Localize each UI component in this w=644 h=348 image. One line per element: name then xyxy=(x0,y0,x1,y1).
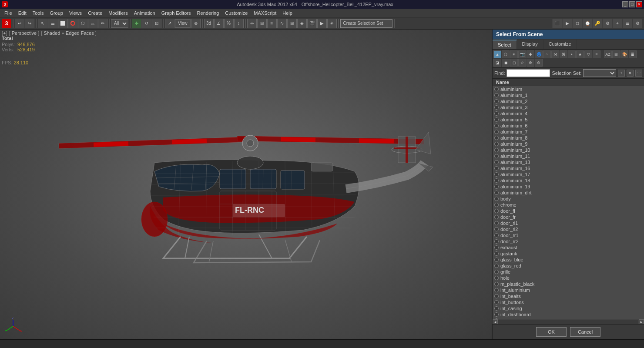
menu-tools[interactable]: Tools xyxy=(30,10,47,17)
select-by-name-btn[interactable]: ☰ xyxy=(48,19,57,28)
sfs-h-scrollbar[interactable]: ◄ ► xyxy=(493,319,644,324)
auto-key-btn[interactable]: ⌚ xyxy=(583,19,592,28)
sfs-icon-sort-az[interactable]: AZ xyxy=(604,50,612,58)
sfs-list-item[interactable]: glass_red xyxy=(493,263,644,269)
schematic-view-btn[interactable]: ⊞ xyxy=(287,19,297,28)
sfs-list-item[interactable]: aluminium_dirt xyxy=(493,190,644,196)
curve-editor-btn[interactable]: ∿ xyxy=(277,19,287,28)
sfs-list-item[interactable]: aluminium_9 xyxy=(493,141,644,147)
sfs-list-item[interactable]: aluminium_8 xyxy=(493,135,644,141)
sfs-list-item[interactable]: aluminium_19 xyxy=(493,184,644,190)
menu-customize[interactable]: Customize xyxy=(222,10,250,17)
select-region-lasso-btn[interactable]: ⌓ xyxy=(88,19,97,28)
material-map-btn[interactable]: □ xyxy=(573,19,582,28)
sfs-icon-ik[interactable]: ⌘ xyxy=(560,50,567,58)
menu-graph-editors[interactable]: Graph Editors xyxy=(159,10,194,17)
sfs-list-item[interactable]: glass_blue xyxy=(493,257,644,263)
sfs-icon-helpers[interactable]: ✚ xyxy=(527,50,534,58)
sfs-list-item[interactable]: aluminium_5 xyxy=(493,117,644,123)
set-key-btn[interactable]: 🔑 xyxy=(593,19,602,28)
snap-3d-btn[interactable]: 3d xyxy=(204,19,214,28)
new-scene-btn[interactable]: + xyxy=(613,19,622,28)
sfs-list-item[interactable]: int_bealts xyxy=(493,293,644,299)
key-filter-btn[interactable]: ⚙ xyxy=(603,19,612,28)
percent-snap-btn[interactable]: % xyxy=(224,19,234,28)
sfs-icon-sort-color[interactable]: 🎨 xyxy=(621,50,628,58)
sfs-list-item[interactable]: aluminium_17 xyxy=(493,171,644,177)
ok-button[interactable]: OK xyxy=(536,327,567,337)
menu-group[interactable]: Group xyxy=(47,10,66,17)
sfs-icon-select-invert[interactable]: ◪ xyxy=(493,59,501,67)
sfs-icon-sort-layer[interactable]: ≣ xyxy=(629,50,637,58)
sfs-list-item[interactable]: door_rl1 xyxy=(493,220,644,226)
sfs-list-item[interactable]: grille xyxy=(493,269,644,275)
render-btn[interactable]: ▶ xyxy=(317,19,327,28)
menu-maxscript[interactable]: MAXScript xyxy=(251,10,279,17)
render-frame-btn[interactable]: ⬛ xyxy=(553,19,562,28)
viewport-perspective-label[interactable]: [ Perspective ] xyxy=(9,30,40,36)
sfs-list-item[interactable]: aluminium_1 xyxy=(493,92,644,98)
menu-create[interactable]: Create xyxy=(85,10,105,17)
select-region-circle-btn[interactable]: ⭕ xyxy=(68,19,77,28)
mirror-btn[interactable]: ⇔ xyxy=(247,19,257,28)
sfs-icon-points[interactable]: • xyxy=(568,50,576,58)
selection-set-dropdown[interactable] xyxy=(583,69,616,77)
sfs-del-icon[interactable]: ✕ xyxy=(627,70,634,77)
sfs-icon-filter[interactable]: ▽ xyxy=(584,50,592,58)
sfs-list-item[interactable]: aluminium_4 xyxy=(493,110,644,117)
layer-btn[interactable]: ≡ xyxy=(267,19,277,28)
select-region-rect-btn[interactable]: ⬜ xyxy=(58,19,67,28)
sfs-list-item[interactable]: aluminium_3 xyxy=(493,104,644,110)
menu-animation[interactable]: Animation xyxy=(131,10,158,17)
sfs-list-item[interactable]: int_dashboard xyxy=(493,311,644,318)
sfs-list-item[interactable]: door_rr1 xyxy=(493,232,644,238)
sfs-list-item[interactable]: aluminium_2 xyxy=(493,98,644,104)
sfs-icon-particles[interactable]: ⁘ xyxy=(543,50,551,58)
sfs-list-item[interactable]: int_casing xyxy=(493,305,644,311)
sfs-icon-select-all[interactable]: ◼ xyxy=(502,59,510,67)
sfs-list-item[interactable]: aluminium_7 xyxy=(493,129,644,135)
select-region-fence-btn[interactable]: ⬡ xyxy=(78,19,87,28)
select-region-paint-btn[interactable]: ✏ xyxy=(98,19,107,28)
sfs-list-item[interactable]: gastank xyxy=(493,251,644,257)
sfs-icon-select-none[interactable]: ◻ xyxy=(510,59,518,67)
viewport[interactable]: FL-RNC xyxy=(0,30,492,339)
sfs-icon-highlight[interactable]: ☆ xyxy=(518,59,526,67)
render-setup-btn[interactable]: 🎬 xyxy=(307,19,317,28)
undo-button[interactable]: ↩ xyxy=(15,19,24,28)
sfs-list-item[interactable]: exhaust xyxy=(493,244,644,251)
sfs-list-item[interactable]: aluminium_10 xyxy=(493,147,644,153)
find-input[interactable] xyxy=(506,69,550,77)
sfs-list-item[interactable]: body xyxy=(493,196,644,202)
create-selection-set-btn[interactable]: Create Selection Set xyxy=(340,19,392,28)
align-btn[interactable]: ⊟ xyxy=(257,19,267,28)
sfs-icon-filter2[interactable]: ≡ xyxy=(593,50,600,58)
sfs-list-item[interactable]: hole xyxy=(493,275,644,281)
use-pivot-btn[interactable]: ⊕ xyxy=(191,19,201,28)
sfs-list-item[interactable]: m_plastic_black xyxy=(493,281,644,287)
menu-edit[interactable]: Edit xyxy=(16,10,29,17)
sfs-list-item[interactable]: door_fr xyxy=(493,214,644,220)
tab-customize[interactable]: Customize xyxy=(543,40,577,49)
sfs-list-item[interactable]: int_aluminium xyxy=(493,287,644,293)
render-preview-btn[interactable]: ▶ xyxy=(563,19,572,28)
sfs-icon-collapse[interactable]: ⊖ xyxy=(535,59,543,67)
select-scale-btn[interactable]: ⊡ xyxy=(152,19,161,28)
sfs-icon-all[interactable]: ★ xyxy=(576,50,584,58)
angle-snap-btn[interactable]: ∠ xyxy=(214,19,224,28)
sfs-icon-lights[interactable]: ☀ xyxy=(510,50,518,58)
sfs-options-icon[interactable]: ⋯ xyxy=(635,70,642,77)
activeshade-btn[interactable]: ☀ xyxy=(327,19,337,28)
sfs-list-item[interactable]: aluminium_16 xyxy=(493,165,644,171)
menu-file[interactable]: File xyxy=(2,10,15,17)
redo-button[interactable]: ↪ xyxy=(25,19,34,28)
sfs-icon-expand[interactable]: ⊕ xyxy=(527,59,534,67)
filter-dropdown[interactable]: All xyxy=(111,19,128,28)
menu-views[interactable]: Views xyxy=(67,10,84,17)
extra-btn-1[interactable]: ≣ xyxy=(623,19,632,28)
sfs-list-item[interactable]: aluminium xyxy=(493,86,644,92)
sfs-icon-spacewarps[interactable]: 🌀 xyxy=(535,50,543,58)
close-button[interactable]: ✕ xyxy=(636,1,642,7)
sfs-icon-bones[interactable]: ⋈ xyxy=(551,50,559,58)
sfs-add-icon[interactable]: + xyxy=(618,70,625,77)
